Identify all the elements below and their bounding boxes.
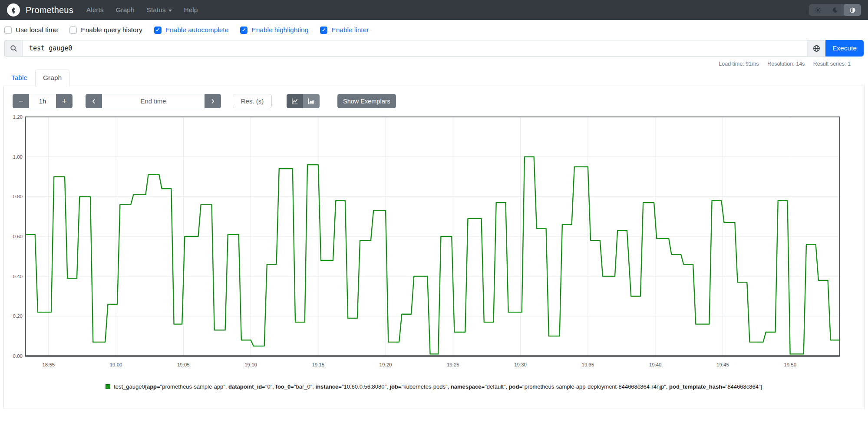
execute-button[interactable]: Execute xyxy=(825,40,864,57)
svg-text:18:55: 18:55 xyxy=(42,362,55,367)
checkbox-label: Enable query history xyxy=(81,26,142,34)
checkbox-label: Enable linter xyxy=(331,26,369,34)
line-chart-icon xyxy=(291,98,298,105)
svg-text:0.00: 0.00 xyxy=(13,353,23,359)
stacked-chart-toggle-button[interactable] xyxy=(303,94,320,108)
svg-text:19:15: 19:15 xyxy=(312,362,324,367)
checkbox-use-local-time[interactable]: Use local time xyxy=(4,26,58,34)
svg-text:19:30: 19:30 xyxy=(514,362,527,367)
query-stats: Load time: 91ms Resolution: 14s Result s… xyxy=(0,61,851,67)
checkbox-box xyxy=(320,27,327,34)
checkbox-label: Enable highlighting xyxy=(251,26,308,34)
stacked-area-icon xyxy=(308,98,315,105)
range-increase-button[interactable]: + xyxy=(56,94,73,108)
chart-area: 0.000.200.400.600.801.001.2018:5519:0019… xyxy=(11,114,857,390)
svg-text:19:10: 19:10 xyxy=(244,362,257,367)
search-addon xyxy=(4,40,23,57)
chart-type-toggle xyxy=(287,94,320,108)
resolution-input[interactable] xyxy=(233,94,272,108)
series-legend[interactable]: test_gauge0{app="prometheus-sample-app",… xyxy=(11,383,857,390)
prometheus-flame-icon xyxy=(10,6,18,14)
brand-title[interactable]: Prometheus xyxy=(26,5,73,15)
time-series-chart[interactable]: 0.000.200.400.600.801.001.2018:5519:0019… xyxy=(11,114,841,375)
checkbox-label: Enable autocomplete xyxy=(165,26,229,34)
range-decrease-button[interactable]: − xyxy=(13,94,29,108)
svg-text:19:45: 19:45 xyxy=(716,362,729,367)
nav-link-alerts[interactable]: Alerts xyxy=(86,6,104,14)
svg-text:19:35: 19:35 xyxy=(581,362,594,367)
end-time-input[interactable] xyxy=(102,94,205,108)
chevron-right-icon xyxy=(210,98,216,104)
series-swatch xyxy=(106,384,110,389)
svg-text:19:05: 19:05 xyxy=(177,362,190,367)
svg-text:19:20: 19:20 xyxy=(380,362,392,367)
time-forward-button[interactable] xyxy=(205,94,221,108)
show-exemplars-button[interactable]: Show Exemplars xyxy=(337,94,396,108)
svg-text:0.20: 0.20 xyxy=(13,313,23,319)
checkbox-enable-autocomplete[interactable]: Enable autocomplete xyxy=(154,26,229,34)
svg-text:1.20: 1.20 xyxy=(13,114,23,120)
svg-text:19:00: 19:00 xyxy=(110,362,122,367)
svg-text:19:50: 19:50 xyxy=(784,362,796,367)
navbar: Prometheus Alerts Graph Status Help xyxy=(0,0,868,20)
svg-text:0.60: 0.60 xyxy=(13,234,23,239)
theme-light-button[interactable] xyxy=(809,4,826,16)
checkbox-box xyxy=(240,27,248,34)
graph-controls: − + xyxy=(13,94,857,108)
chevron-left-icon xyxy=(91,98,97,104)
sun-icon xyxy=(815,7,821,13)
theme-auto-button[interactable] xyxy=(844,4,861,16)
svg-text:0.40: 0.40 xyxy=(13,274,23,279)
checkbox-box xyxy=(69,27,77,34)
nav-link-graph[interactable]: Graph xyxy=(116,6,134,14)
caret-down-icon xyxy=(168,10,172,12)
query-expression-input[interactable] xyxy=(23,40,807,57)
checkbox-enable-linter[interactable]: Enable linter xyxy=(320,26,369,34)
range-stepper: − + xyxy=(13,94,73,108)
range-input[interactable] xyxy=(29,94,56,108)
prometheus-logo xyxy=(7,3,20,17)
nav-link-help[interactable]: Help xyxy=(184,6,198,14)
theme-dark-button[interactable] xyxy=(826,4,844,16)
checkbox-enable-highlighting[interactable]: Enable highlighting xyxy=(240,26,308,34)
tab-list: Table Graph xyxy=(3,70,865,86)
stat-load-time: Load time: 91ms xyxy=(719,61,759,67)
graph-panel: − + xyxy=(3,86,865,409)
svg-text:19:40: 19:40 xyxy=(649,362,662,367)
tab-table[interactable]: Table xyxy=(3,70,35,86)
nav-links: Alerts Graph Status Help xyxy=(86,6,198,14)
stat-resolution: Resolution: 14s xyxy=(767,61,805,67)
checkbox-enable-query-history[interactable]: Enable query history xyxy=(69,26,142,34)
nav-link-status-label: Status xyxy=(147,6,166,14)
search-icon xyxy=(10,45,17,52)
options-row: Use local time Enable query history Enab… xyxy=(0,20,868,39)
tab-graph[interactable]: Graph xyxy=(35,70,69,86)
moon-icon xyxy=(832,7,838,13)
svg-text:0.80: 0.80 xyxy=(13,194,23,199)
metrics-explorer-button[interactable] xyxy=(807,40,825,57)
time-back-button[interactable] xyxy=(86,94,102,108)
result-tabs: Table Graph − + xyxy=(3,70,865,409)
checkbox-box xyxy=(154,27,162,34)
svg-text:1.00: 1.00 xyxy=(13,154,23,160)
query-bar: Execute xyxy=(4,40,864,57)
checkbox-box xyxy=(4,27,12,34)
end-time-group xyxy=(86,94,221,108)
globe-icon xyxy=(813,45,820,52)
stat-result-series: Result series: 1 xyxy=(813,61,851,67)
svg-text:19:25: 19:25 xyxy=(447,362,459,367)
theme-toggle-group xyxy=(809,4,861,16)
nav-link-status[interactable]: Status xyxy=(147,6,172,14)
line-chart-toggle-button[interactable] xyxy=(287,94,303,108)
circle-half-icon xyxy=(849,7,856,13)
series-label-text: test_gauge0{app="prometheus-sample-app",… xyxy=(114,383,762,390)
checkbox-label: Use local time xyxy=(16,26,58,34)
